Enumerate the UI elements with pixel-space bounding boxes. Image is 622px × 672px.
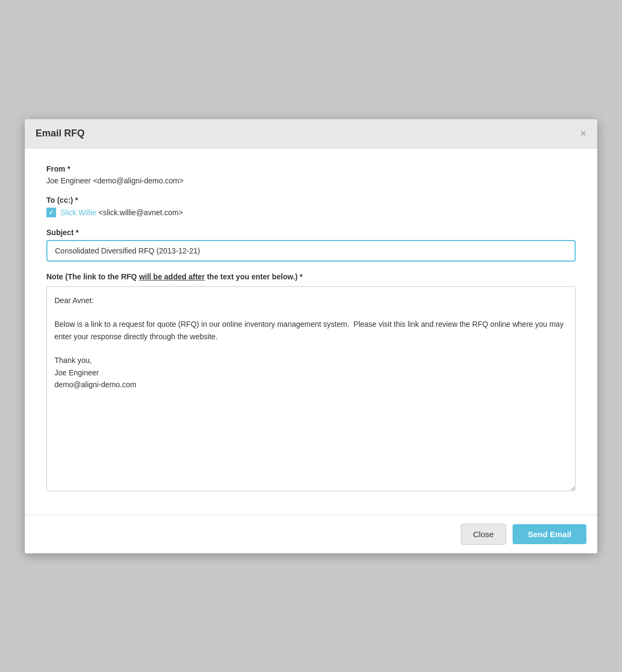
note-label: Note (The link to the RFQ will be added … [46, 272, 576, 281]
to-row: ✓ Slick Willie <slick.willie@avnet.com> [46, 208, 576, 217]
recipient-checkbox[interactable]: ✓ [46, 208, 56, 217]
modal-body: From * Joe Engineer <demo@aligni-demo.co… [25, 148, 597, 515]
email-rfq-modal: Email RFQ × From * Joe Engineer <demo@al… [25, 119, 597, 553]
subject-input[interactable] [46, 240, 576, 262]
send-email-button[interactable]: Send Email [513, 524, 586, 544]
subject-field-group: Subject * [46, 228, 576, 262]
to-contact-name: Slick Willie <slick.willie@avnet.com> [60, 208, 183, 217]
modal-header: Email RFQ × [25, 119, 597, 148]
note-textarea[interactable]: Dear Avnet: Below is a link to a request… [46, 286, 576, 491]
modal-footer: Close Send Email [25, 515, 597, 553]
to-field-group: To (cc:) * ✓ Slick Willie <slick.willie@… [46, 196, 576, 217]
from-field-group: From * Joe Engineer <demo@aligni-demo.co… [46, 164, 576, 185]
contact-link[interactable]: Slick Willie [60, 208, 96, 217]
to-label: To (cc:) * [46, 196, 576, 204]
contact-email: <slick.willie@avnet.com> [99, 208, 183, 217]
note-field-group: Note (The link to the RFQ will be added … [46, 272, 576, 493]
close-button[interactable]: Close [461, 524, 506, 545]
close-icon[interactable]: × [580, 128, 586, 139]
note-label-underline: will be added after [139, 272, 205, 281]
note-label-prefix: Note (The link to the RFQ [46, 272, 139, 281]
modal-title: Email RFQ [36, 128, 85, 139]
from-value: Joe Engineer <demo@aligni-demo.com> [46, 176, 576, 185]
subject-label: Subject * [46, 228, 576, 237]
note-label-suffix: the text you enter below.) * [205, 272, 303, 281]
checkmark-icon: ✓ [49, 209, 54, 216]
from-label: From * [46, 164, 576, 173]
